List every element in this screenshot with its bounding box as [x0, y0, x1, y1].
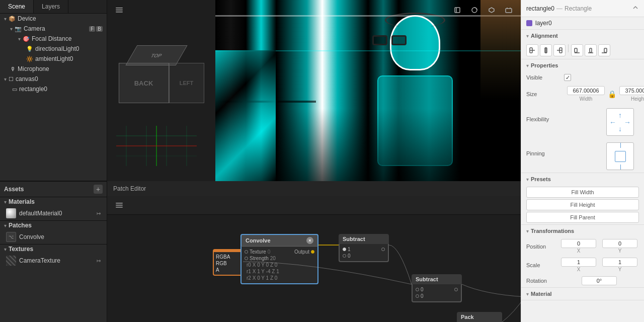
chevron-down-icon: ▾: [526, 33, 529, 39]
svg-rect-20: [116, 207, 123, 208]
material-section-header[interactable]: ▾ Material: [521, 288, 644, 300]
flex-up-arrow: ↑: [618, 111, 622, 119]
fill-parent-button[interactable]: Fill Parent: [526, 212, 639, 223]
left-panel: Scene Layers ▾ 📦 Device ▾ 📷 Camera F B ▾: [0, 0, 107, 322]
assets-header: Assets +: [0, 181, 107, 197]
properties-section: ▾ Properties Visible ✓ Size 667.00006 Wi…: [521, 59, 644, 173]
chevron-down-icon: ▾: [526, 228, 529, 234]
position-y-group: 0 Y: [601, 239, 639, 254]
align-top-right-button[interactable]: [553, 44, 566, 56]
scene-tree-panel: Scene Layers ▾ 📦 Device ▾ 📷 Camera F B ▾: [0, 0, 107, 181]
viewport: TOP BACK LEFT: [107, 0, 521, 181]
menu-button[interactable]: [112, 3, 126, 17]
svg-rect-1: [116, 10, 123, 11]
patch-canvas: RGBA RGB A Convolve ×: [107, 224, 521, 322]
camera-badge-f: F: [89, 26, 95, 32]
pack-node[interactable]: Pack X 0 Y 0: [457, 312, 502, 322]
rgba-node-body: RGBA RGB A: [213, 252, 243, 276]
position-y-input[interactable]: 0: [602, 239, 637, 248]
convolve-close-button[interactable]: ×: [306, 237, 313, 244]
3d-viewport: TOP BACK LEFT: [107, 0, 215, 181]
position-x-input[interactable]: 0: [561, 239, 596, 248]
position-row: Position 0 X 0 Y: [521, 237, 644, 256]
convolve-node-body: Texture 0 Output Strength 20: [240, 247, 318, 284]
align-bottom-right-button[interactable]: [598, 44, 610, 56]
right-panel: rectangle0 — Rectangle layer0 ▾ Alignmen…: [521, 0, 644, 322]
tree-ambient-light[interactable]: 🔆 ambientLight0: [0, 54, 107, 64]
textures-header: ▾ Textures: [0, 244, 107, 254]
align-bottom-left-button[interactable]: [571, 44, 583, 56]
materials-header: ▾ Materials: [0, 197, 107, 206]
fill-width-button[interactable]: Fill Width: [526, 187, 639, 198]
rotation-row: Rotation 0°: [521, 274, 644, 287]
asset-default-material[interactable]: defaultMaterial0 ↦: [0, 206, 107, 220]
alignment-section: ▾ Alignment: [521, 30, 644, 59]
rgba-node: RGBA RGB A: [213, 249, 243, 276]
chevron-up-icon[interactable]: [632, 4, 639, 13]
texture-input-port: [245, 250, 248, 254]
height-input[interactable]: 375.00003: [619, 86, 644, 95]
tree-device[interactable]: ▾ 📦 Device: [0, 14, 107, 24]
pin-inner-box: [615, 151, 626, 162]
pinning-row: Pinning: [521, 138, 644, 173]
transformations-section-header[interactable]: ▾ Transformations: [521, 225, 644, 237]
lock-icon[interactable]: 🔒: [608, 90, 616, 98]
camera-badge-b: B: [96, 26, 103, 32]
texture-icon: [6, 256, 16, 266]
viewport-toolbar: [107, 0, 521, 20]
tree-camera[interactable]: ▾ 📷 Camera F B: [0, 24, 107, 34]
scale-y-input[interactable]: 1: [602, 258, 637, 267]
svg-rect-32: [604, 48, 607, 52]
chevron-down-icon: ▾: [4, 16, 7, 22]
tab-scene[interactable]: Scene: [0, 0, 34, 13]
selected-object-type: Rectangle: [565, 5, 592, 12]
scale-x-input[interactable]: 1: [561, 258, 596, 267]
tab-layers[interactable]: Layers: [34, 0, 68, 13]
fill-height-button[interactable]: Fill Height: [526, 199, 639, 210]
flexibility-row: Flexibility ↑ ↓ ← →: [521, 104, 644, 138]
pinning-diagram[interactable]: [606, 142, 634, 170]
tree-rectangle[interactable]: ▭ rectangle0: [0, 84, 107, 94]
alignment-buttons: [521, 42, 644, 59]
subtract2-header: Subtract: [412, 274, 462, 284]
flexibility-diagram[interactable]: ↑ ↓ ← →: [606, 108, 634, 136]
subtract1-node[interactable]: Subtract 1 0: [339, 234, 389, 262]
center-panel: TOP BACK LEFT: [107, 0, 521, 322]
presets-section-header[interactable]: ▾ Presets: [521, 173, 644, 185]
tree-directional-light[interactable]: 💡 directionalLight0: [0, 44, 107, 54]
align-top-center-button[interactable]: [540, 44, 552, 56]
rotation-input[interactable]: 0°: [582, 276, 617, 285]
tree-canvas[interactable]: ▾ ☐ canvas0: [0, 74, 107, 84]
asset-convolve[interactable]: ⌥ Convolve: [0, 230, 107, 244]
alignment-section-header[interactable]: ▾ Alignment: [521, 30, 644, 42]
subtract1-body: 1 0: [339, 244, 389, 262]
scale-x-group: 1 X: [559, 258, 598, 272]
patch-icon: ⌥: [6, 232, 16, 242]
asset-camera-texture[interactable]: CameraTexture ↦: [0, 254, 107, 268]
subtract2-body: 0 0: [412, 284, 462, 302]
chevron-down-icon: ▾: [18, 36, 21, 42]
svg-rect-2: [116, 12, 123, 13]
subtract2-node[interactable]: Subtract 0 0: [412, 274, 462, 302]
patch-editor-title: Patch Editor: [113, 185, 146, 192]
align-bottom-center-button[interactable]: [585, 44, 597, 56]
tree-microphone[interactable]: 🎙 Microphone: [0, 64, 107, 74]
align-top-left-button[interactable]: [526, 44, 538, 56]
flex-right-arrow: →: [624, 118, 631, 126]
chevron-down-icon: ▾: [10, 26, 13, 32]
patch-editor-header: Patch Editor: [107, 181, 521, 197]
layer-indicator: layer0: [521, 17, 644, 29]
patch-menu-button[interactable]: [112, 198, 126, 212]
chevron-down-icon: ▾: [526, 63, 529, 68]
add-asset-button[interactable]: +: [94, 185, 103, 194]
right-panel-header: rectangle0 — Rectangle: [521, 0, 644, 17]
visible-checkbox[interactable]: ✓: [564, 74, 571, 81]
properties-section-header[interactable]: ▾ Properties: [521, 59, 644, 71]
patches-header: ▾ Patches: [0, 220, 107, 230]
width-input[interactable]: 667.00006: [567, 86, 605, 95]
width-group: 667.00006 Width: [567, 86, 605, 102]
tree-focal-distance[interactable]: ▾ 🎯 Focal Distance: [0, 34, 107, 44]
chevron-down-icon: ▾: [526, 291, 529, 297]
visible-row: Visible ✓: [521, 71, 644, 84]
convolve-node[interactable]: Convolve × Texture 0 Output: [240, 234, 318, 284]
